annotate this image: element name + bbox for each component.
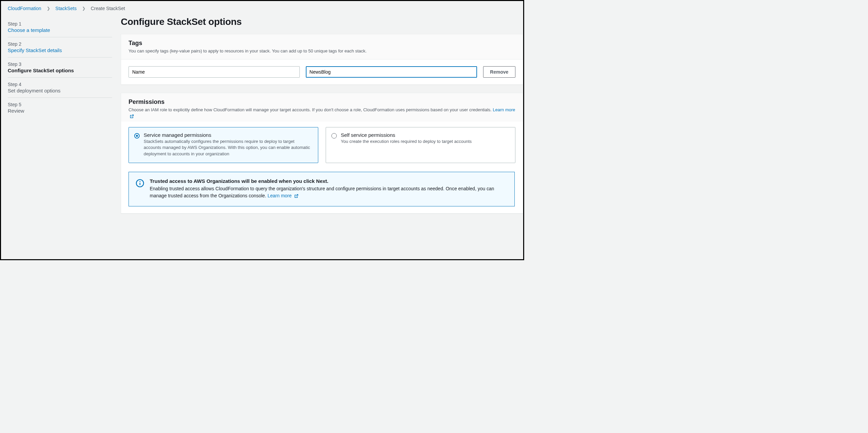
external-link-icon [130, 114, 134, 120]
option-service-managed[interactable]: Service managed permissions StackSets au… [128, 127, 318, 163]
info-alert: Trusted access to AWS Organizations will… [128, 172, 515, 206]
tag-key-input[interactable] [128, 66, 300, 78]
external-link-icon [294, 193, 299, 200]
tags-heading: Tags [128, 40, 516, 47]
chevron-right-icon: ❯ [82, 6, 86, 11]
step-2[interactable]: Step 2 Specify StackSet details [8, 37, 112, 58]
chevron-right-icon: ❯ [47, 6, 50, 11]
step-title[interactable]: Specify StackSet details [8, 47, 62, 53]
remove-button[interactable]: Remove [483, 66, 516, 78]
breadcrumb-current: Create StackSet [91, 6, 125, 11]
page-title: Configure StackSet options [121, 16, 523, 27]
info-icon [135, 179, 144, 188]
breadcrumb: CloudFormation ❯ StackSets ❯ Create Stac… [1, 6, 523, 15]
alert-learn-more-link[interactable]: Learn more [268, 193, 298, 198]
step-4: Step 4 Set deployment options [8, 78, 112, 98]
permissions-heading: Permissions [128, 99, 516, 106]
option-description: You create the execution roles required … [341, 138, 472, 145]
tags-description: You can specify tags (key-value pairs) t… [128, 48, 516, 55]
step-number: Step 1 [8, 21, 112, 27]
step-title: Configure StackSet options [8, 68, 74, 73]
step-title: Review [8, 108, 24, 113]
step-1[interactable]: Step 1 Choose a template [8, 17, 112, 37]
main-content: Configure StackSet options Tags You can … [121, 15, 523, 222]
tags-panel: Tags You can specify tags (key-value pai… [121, 34, 523, 85]
breadcrumb-cloudformation[interactable]: CloudFormation [8, 6, 41, 11]
breadcrumb-stacksets[interactable]: StackSets [56, 6, 77, 11]
step-number: Step 2 [8, 41, 112, 47]
step-title[interactable]: Choose a template [8, 27, 50, 33]
tag-value-input[interactable] [306, 66, 477, 78]
permissions-panel: Permissions Choose an IAM role to explic… [121, 93, 523, 213]
step-number: Step 4 [8, 82, 112, 87]
option-title: Self service permissions [341, 132, 472, 138]
option-description: StackSets automatically configures the p… [144, 138, 313, 158]
radio-icon [134, 133, 140, 138]
permission-options: Service managed permissions StackSets au… [128, 127, 516, 163]
step-title: Set deployment options [8, 88, 61, 94]
wizard-steps: Step 1 Choose a template Step 2 Specify … [8, 15, 112, 118]
step-3: Step 3 Configure StackSet options [8, 58, 112, 78]
option-self-service[interactable]: Self service permissions You create the … [326, 127, 516, 163]
svg-point-1 [140, 181, 141, 182]
option-title: Service managed permissions [144, 132, 313, 138]
step-number: Step 5 [8, 102, 112, 107]
step-number: Step 3 [8, 62, 112, 67]
radio-icon [331, 133, 337, 138]
alert-body: Enabling trusted access allows CloudForm… [150, 185, 508, 200]
alert-title: Trusted access to AWS Organizations will… [150, 178, 508, 184]
tag-row: Remove [128, 66, 516, 78]
permissions-description: Choose an IAM role to explicitly define … [128, 107, 516, 120]
step-5: Step 5 Review [8, 98, 112, 118]
